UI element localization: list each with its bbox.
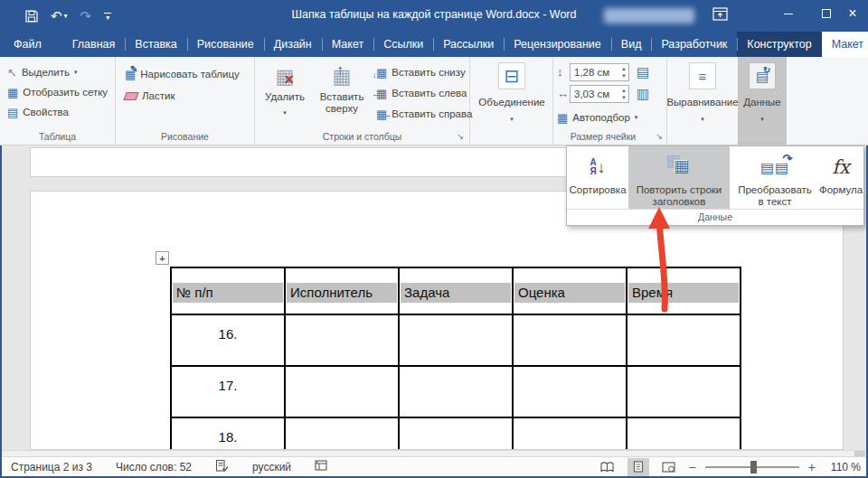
tab-draw[interactable]: Рисование	[187, 32, 264, 57]
zoom-slider[interactable]	[705, 466, 799, 468]
convert-label-line2: в текст	[758, 196, 791, 208]
properties-button[interactable]: ▤ Свойства	[7, 103, 69, 121]
col-width-input[interactable]: 3,03 см ▲▼	[570, 85, 629, 103]
group-rows-columns: ▦ × Удалить ▾ ▦ ↑ Вставить сверху	[255, 57, 470, 145]
insert-below-label: Вставить снизу	[392, 67, 465, 78]
close-button[interactable]: ×	[837, 0, 868, 27]
empty-cell[interactable]	[399, 314, 513, 366]
distribute-rows-icon[interactable]: ▤	[637, 66, 649, 78]
ribbon: ↖ Выделить ▾ ▦ Отобразить сетку ▤ Свойст…	[0, 57, 868, 145]
empty-cell[interactable]	[627, 314, 741, 366]
empty-cell[interactable]	[513, 366, 627, 417]
convert-to-text-button[interactable]: ▤▤ ↷ Преобразовать в текст	[730, 146, 820, 209]
empty-cell[interactable]	[627, 417, 741, 450]
move-icon: +	[159, 253, 165, 264]
spinner-arrows[interactable]: ▲▼	[621, 87, 627, 101]
header-cell[interactable]: Задача	[399, 267, 513, 314]
read-mode-button[interactable]	[597, 458, 618, 476]
distribute-cols-icon[interactable]: ▥	[637, 88, 649, 99]
tab-references[interactable]: Ссылки	[373, 32, 433, 57]
macro-record-button[interactable]	[315, 460, 327, 473]
word-count[interactable]: Число слов: 52	[116, 461, 192, 473]
proofing-status-button[interactable]	[215, 459, 229, 475]
macro-icon	[315, 460, 327, 471]
web-layout-button[interactable]	[658, 458, 680, 476]
window-border-left	[0, 145, 2, 476]
empty-cell[interactable]	[285, 366, 399, 417]
delete-button[interactable]: ▦ × Удалить ▾	[259, 61, 311, 118]
dialog-launcher-icon[interactable]: ↘	[457, 132, 464, 141]
tab-table-design[interactable]: Конструктор	[737, 32, 821, 57]
eraser-button[interactable]: Ластик	[125, 87, 175, 105]
data-button[interactable]: ▤ ↻ Данные ▾	[738, 62, 787, 125]
properties-icon: ▤	[7, 107, 18, 118]
insert-left-button[interactable]: ▦ ← Вставить слева	[376, 84, 467, 102]
insert-right-button[interactable]: ▦ → Вставить справа	[376, 105, 472, 123]
ribbon-display-options-button[interactable]	[712, 7, 728, 24]
header-cell[interactable]: № п/п	[171, 267, 285, 314]
formula-icon: fx	[832, 150, 850, 184]
page-indicator[interactable]: Страница 2 из 3	[11, 461, 92, 473]
row-height-value: 1,28 см	[574, 67, 609, 78]
table-row: 16.	[171, 314, 741, 366]
number-cell[interactable]: 17.	[171, 366, 285, 417]
empty-cell[interactable]	[399, 417, 513, 450]
horizontal-scrollbar[interactable]	[0, 450, 868, 456]
print-layout-button[interactable]	[627, 458, 649, 476]
merge-button[interactable]: ⊟ Объединение ▾	[477, 62, 546, 125]
language-indicator[interactable]: русский	[252, 461, 291, 473]
header-cell[interactable]: Исполнитель	[285, 267, 399, 314]
tab-file[interactable]: Файл	[0, 32, 55, 57]
insert-above-button[interactable]: ▦ ↑ Вставить сверху	[313, 61, 371, 115]
tab-design[interactable]: Дизайн	[264, 32, 322, 57]
tab-review[interactable]: Рецензирование	[504, 32, 611, 57]
page-2[interactable]: + № п/п Исполнитель Задача Оценка Время …	[30, 191, 844, 450]
empty-cell[interactable]	[285, 417, 399, 450]
header-cell[interactable]: Оценка	[513, 267, 627, 314]
sort-button[interactable]: АЯ ↓ Сортировка	[567, 146, 628, 209]
number-cell[interactable]: 18.	[171, 417, 285, 450]
empty-cell[interactable]	[285, 314, 399, 366]
tab-table-layout-active[interactable]: Макет	[822, 32, 868, 57]
tab-mailings[interactable]: Рассылки	[433, 32, 504, 57]
data-icon: ▤ ↻	[749, 62, 776, 89]
status-bar-right: − + 110 %	[597, 458, 861, 476]
row-height-input[interactable]: 1,28 см ▲▼	[570, 63, 629, 81]
empty-cell[interactable]	[399, 366, 513, 417]
dialog-launcher-icon[interactable]: ↘	[656, 132, 663, 141]
empty-cell[interactable]	[513, 314, 627, 366]
draw-table-icon: ▦ ✎	[125, 69, 136, 80]
number-cell[interactable]: 16.	[171, 314, 285, 366]
tab-layout[interactable]: Макет	[322, 32, 373, 57]
table-move-handle[interactable]: +	[156, 251, 169, 265]
zoom-level[interactable]: 110 %	[825, 461, 861, 473]
zoom-slider-thumb[interactable]	[750, 461, 757, 473]
minimize-button[interactable]	[773, 0, 804, 27]
alignment-button[interactable]: ≡ Выравнивание ▾	[667, 62, 738, 125]
empty-cell[interactable]	[627, 366, 741, 417]
eraser-icon	[123, 92, 138, 100]
alignment-icon: ≡	[689, 62, 716, 89]
tab-developer[interactable]: Разработчик	[651, 32, 737, 57]
select-button[interactable]: ↖ Выделить ▾	[7, 63, 77, 81]
tab-view[interactable]: Вид	[611, 32, 652, 57]
spinner-arrows[interactable]: ▲▼	[621, 65, 627, 80]
tab-home[interactable]: Главная	[62, 32, 126, 57]
draw-table-button[interactable]: ▦ ✎ Нарисовать таблицу	[125, 65, 240, 83]
repeat-header-rows-button[interactable]: ▦ ▦ Повторить строки заголовков	[628, 146, 730, 209]
zoom-out-button[interactable]: −	[689, 460, 696, 474]
insert-below-button[interactable]: ▦ ↓ Вставить снизу	[376, 63, 466, 81]
empty-cell[interactable]	[513, 417, 627, 450]
formula-button[interactable]: fx Формула	[820, 146, 862, 209]
chevron-down-icon: ▾	[635, 114, 638, 121]
table-row: 17.	[171, 366, 741, 417]
chevron-down-icon: ▾	[510, 113, 514, 125]
col-width-value: 3,03 см	[574, 89, 609, 99]
tab-insert[interactable]: Вставка	[125, 32, 186, 57]
autofit-button[interactable]: ▦ Автоподбор ▾	[557, 108, 637, 127]
view-gridlines-button[interactable]: ▦ Отобразить сетку	[7, 83, 108, 101]
group-label-cell-size: Размер ячейки	[553, 131, 653, 142]
zoom-in-button[interactable]: +	[808, 460, 816, 474]
maximize-icon	[822, 9, 831, 18]
read-mode-icon	[600, 462, 614, 473]
